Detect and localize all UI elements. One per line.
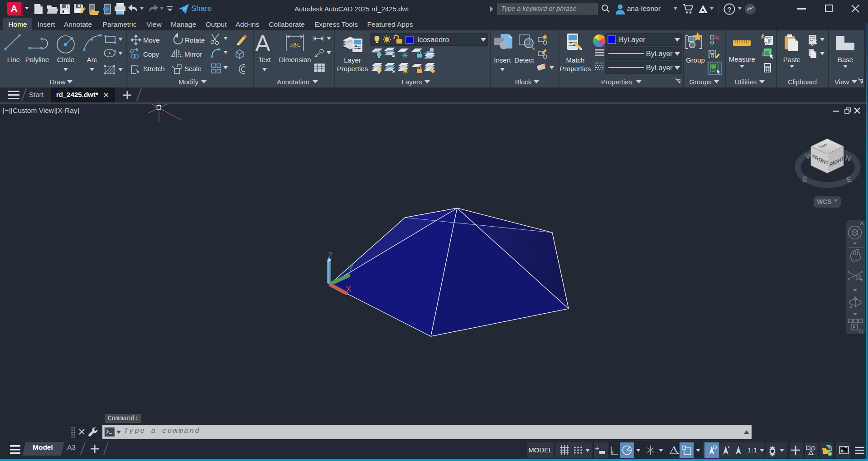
svg-text:Arc: Arc [87, 56, 97, 63]
svg-text:Layer: Layer [344, 56, 361, 64]
svg-text:A: A [255, 31, 270, 56]
svg-text:Properties: Properties [601, 78, 632, 86]
svg-text:A: A [10, 3, 17, 14]
svg-text:Mirror: Mirror [184, 50, 202, 58]
svg-text:Annotation: Annotation [277, 78, 309, 86]
svg-text:N: N [844, 154, 852, 163]
svg-text:[−][Custom View][X-Ray]: [−][Custom View][X-Ray] [3, 107, 79, 114]
svg-text:Block: Block [515, 78, 532, 86]
svg-text:Clipboard: Clipboard [788, 78, 817, 86]
svg-text:Move: Move [143, 36, 160, 44]
svg-text:Y: Y [348, 263, 353, 274]
svg-text:Copy: Copy [143, 50, 159, 58]
svg-text:Stretch: Stretch [143, 65, 165, 73]
svg-text:ByLayer: ByLayer [619, 36, 646, 44]
svg-text:Match: Match [566, 56, 585, 64]
svg-text:Z: Z [328, 251, 333, 261]
svg-text:ByLayer: ByLayer [646, 64, 673, 72]
svg-text:Icosaedro: Icosaedro [417, 36, 449, 44]
svg-text:WCS: WCS [817, 198, 832, 205]
svg-text:Paste: Paste [783, 56, 800, 63]
svg-text:Group: Group [686, 56, 705, 64]
svg-text:Dimension: Dimension [279, 56, 311, 63]
svg-text:Draw: Draw [49, 78, 65, 86]
svg-text:Text: Text [258, 56, 271, 63]
svg-text:Utilities: Utilities [735, 78, 757, 86]
svg-text:Base: Base [838, 56, 853, 63]
svg-text:Polyline: Polyline [25, 56, 49, 63]
svg-text:Groups: Groups [689, 78, 711, 86]
svg-text:Scale: Scale [184, 65, 202, 73]
svg-text:Circle: Circle [57, 56, 74, 63]
svg-text:ByLayer: ByLayer [646, 50, 673, 58]
svg-text:Rotate: Rotate [185, 36, 205, 44]
svg-text:View: View [834, 78, 849, 86]
svg-text:?: ? [727, 5, 731, 13]
svg-text:Line: Line [7, 56, 20, 63]
svg-text:X: X [346, 284, 351, 295]
svg-text:Properties: Properties [560, 65, 591, 73]
svg-text:Modify: Modify [178, 78, 199, 86]
svg-text:Properties: Properties [337, 65, 368, 73]
svg-text:Layers: Layers [401, 78, 422, 86]
svg-text:Insert: Insert [494, 56, 511, 64]
svg-text:Measure: Measure [729, 55, 755, 63]
svg-text:Detect: Detect [514, 56, 534, 64]
